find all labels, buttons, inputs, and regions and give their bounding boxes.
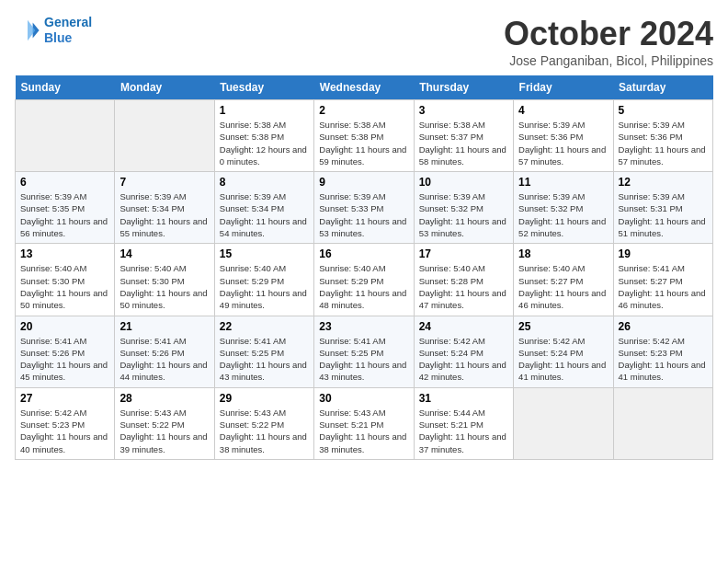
col-header-wednesday: Wednesday xyxy=(314,75,414,100)
day-number: 2 xyxy=(319,104,408,117)
day-cell: 18Sunrise: 5:40 AM Sunset: 5:27 PM Dayli… xyxy=(514,244,613,316)
day-number: 11 xyxy=(518,176,608,189)
day-number: 7 xyxy=(119,176,209,189)
day-info: Sunrise: 5:39 AM Sunset: 5:34 PM Dayligh… xyxy=(220,190,309,239)
day-cell: 22Sunrise: 5:41 AM Sunset: 5:25 PM Dayli… xyxy=(214,316,313,387)
logo-text: General Blue xyxy=(44,15,92,46)
day-number: 9 xyxy=(319,176,408,189)
day-cell: 10Sunrise: 5:39 AM Sunset: 5:32 PM Dayli… xyxy=(414,172,513,244)
day-cell: 23Sunrise: 5:41 AM Sunset: 5:25 PM Dayli… xyxy=(314,316,414,387)
day-number: 24 xyxy=(419,320,508,333)
week-row-5: 27Sunrise: 5:42 AM Sunset: 5:23 PM Dayli… xyxy=(16,387,713,459)
day-cell: 4Sunrise: 5:39 AM Sunset: 5:36 PM Daylig… xyxy=(514,100,613,172)
week-row-4: 20Sunrise: 5:41 AM Sunset: 5:26 PM Dayli… xyxy=(16,316,713,387)
day-info: Sunrise: 5:43 AM Sunset: 5:21 PM Dayligh… xyxy=(319,407,408,455)
day-info: Sunrise: 5:43 AM Sunset: 5:22 PM Dayligh… xyxy=(119,407,209,455)
day-cell: 8Sunrise: 5:39 AM Sunset: 5:34 PM Daylig… xyxy=(214,172,313,244)
day-number: 18 xyxy=(518,247,608,260)
day-cell: 5Sunrise: 5:39 AM Sunset: 5:36 PM Daylig… xyxy=(613,100,712,172)
day-cell: 7Sunrise: 5:39 AM Sunset: 5:34 PM Daylig… xyxy=(115,172,214,244)
day-info: Sunrise: 5:42 AM Sunset: 5:23 PM Dayligh… xyxy=(20,407,109,455)
day-cell: 27Sunrise: 5:42 AM Sunset: 5:23 PM Dayli… xyxy=(16,387,115,459)
day-info: Sunrise: 5:41 AM Sunset: 5:26 PM Dayligh… xyxy=(20,335,109,384)
day-number: 10 xyxy=(419,176,508,189)
day-number: 19 xyxy=(619,247,708,260)
day-number: 8 xyxy=(220,176,309,189)
day-number: 14 xyxy=(119,247,209,260)
day-info: Sunrise: 5:38 AM Sunset: 5:37 PM Dayligh… xyxy=(419,119,508,167)
day-cell: 13Sunrise: 5:40 AM Sunset: 5:30 PM Dayli… xyxy=(16,244,115,316)
day-number: 1 xyxy=(220,104,309,117)
day-number: 17 xyxy=(419,247,508,260)
day-cell: 30Sunrise: 5:43 AM Sunset: 5:21 PM Dayli… xyxy=(314,387,414,459)
day-number: 4 xyxy=(518,104,608,117)
day-info: Sunrise: 5:40 AM Sunset: 5:27 PM Dayligh… xyxy=(518,262,608,311)
day-info: Sunrise: 5:38 AM Sunset: 5:38 PM Dayligh… xyxy=(220,119,309,167)
week-row-1: 1Sunrise: 5:38 AM Sunset: 5:38 PM Daylig… xyxy=(16,100,713,172)
day-info: Sunrise: 5:42 AM Sunset: 5:24 PM Dayligh… xyxy=(419,335,508,384)
week-row-2: 6Sunrise: 5:39 AM Sunset: 5:35 PM Daylig… xyxy=(16,172,713,244)
day-number: 30 xyxy=(319,392,408,405)
day-cell: 1Sunrise: 5:38 AM Sunset: 5:38 PM Daylig… xyxy=(214,100,313,172)
day-number: 26 xyxy=(619,320,708,333)
day-cell: 14Sunrise: 5:40 AM Sunset: 5:30 PM Dayli… xyxy=(115,244,214,316)
day-info: Sunrise: 5:41 AM Sunset: 5:27 PM Dayligh… xyxy=(619,262,708,311)
day-info: Sunrise: 5:41 AM Sunset: 5:25 PM Dayligh… xyxy=(220,335,309,384)
day-number: 5 xyxy=(619,104,708,117)
day-number: 16 xyxy=(319,247,408,260)
day-info: Sunrise: 5:41 AM Sunset: 5:26 PM Dayligh… xyxy=(119,335,209,384)
day-info: Sunrise: 5:44 AM Sunset: 5:21 PM Dayligh… xyxy=(419,407,508,455)
day-cell xyxy=(115,100,214,172)
day-info: Sunrise: 5:40 AM Sunset: 5:28 PM Dayligh… xyxy=(419,262,508,311)
day-cell xyxy=(514,387,613,459)
day-info: Sunrise: 5:41 AM Sunset: 5:25 PM Dayligh… xyxy=(319,335,408,384)
col-header-friday: Friday xyxy=(514,75,613,100)
col-header-sunday: Sunday xyxy=(16,75,115,100)
day-cell xyxy=(16,100,115,172)
day-info: Sunrise: 5:39 AM Sunset: 5:32 PM Dayligh… xyxy=(419,190,508,239)
day-cell: 12Sunrise: 5:39 AM Sunset: 5:31 PM Dayli… xyxy=(613,172,712,244)
svg-marker-1 xyxy=(28,20,35,40)
day-info: Sunrise: 5:42 AM Sunset: 5:23 PM Dayligh… xyxy=(619,335,708,384)
calendar-table: SundayMondayTuesdayWednesdayThursdayFrid… xyxy=(15,75,713,460)
page-header: General Blue October 2024 Jose Panganiba… xyxy=(15,15,713,68)
day-info: Sunrise: 5:39 AM Sunset: 5:35 PM Dayligh… xyxy=(20,190,109,239)
day-cell: 6Sunrise: 5:39 AM Sunset: 5:35 PM Daylig… xyxy=(16,172,115,244)
day-cell: 15Sunrise: 5:40 AM Sunset: 5:29 PM Dayli… xyxy=(214,244,313,316)
day-number: 27 xyxy=(20,392,109,405)
day-info: Sunrise: 5:40 AM Sunset: 5:30 PM Dayligh… xyxy=(20,262,109,311)
day-cell: 25Sunrise: 5:42 AM Sunset: 5:24 PM Dayli… xyxy=(514,316,613,387)
day-cell: 31Sunrise: 5:44 AM Sunset: 5:21 PM Dayli… xyxy=(414,387,513,459)
day-cell xyxy=(613,387,712,459)
day-info: Sunrise: 5:39 AM Sunset: 5:36 PM Dayligh… xyxy=(619,119,708,167)
day-number: 3 xyxy=(419,104,508,117)
day-info: Sunrise: 5:39 AM Sunset: 5:33 PM Dayligh… xyxy=(319,190,408,239)
day-cell: 20Sunrise: 5:41 AM Sunset: 5:26 PM Dayli… xyxy=(16,316,115,387)
day-cell: 26Sunrise: 5:42 AM Sunset: 5:23 PM Dayli… xyxy=(613,316,712,387)
week-row-3: 13Sunrise: 5:40 AM Sunset: 5:30 PM Dayli… xyxy=(16,244,713,316)
day-cell: 21Sunrise: 5:41 AM Sunset: 5:26 PM Dayli… xyxy=(115,316,214,387)
logo: General Blue xyxy=(15,15,92,46)
day-number: 15 xyxy=(220,247,309,260)
day-number: 23 xyxy=(319,320,408,333)
day-info: Sunrise: 5:38 AM Sunset: 5:38 PM Dayligh… xyxy=(319,119,408,167)
day-info: Sunrise: 5:40 AM Sunset: 5:30 PM Dayligh… xyxy=(119,262,209,311)
day-cell: 16Sunrise: 5:40 AM Sunset: 5:29 PM Dayli… xyxy=(314,244,414,316)
day-number: 31 xyxy=(419,392,508,405)
day-number: 22 xyxy=(220,320,309,333)
day-cell: 2Sunrise: 5:38 AM Sunset: 5:38 PM Daylig… xyxy=(314,100,414,172)
month-title: October 2024 xyxy=(504,15,713,53)
day-number: 21 xyxy=(119,320,209,333)
day-info: Sunrise: 5:42 AM Sunset: 5:24 PM Dayligh… xyxy=(518,335,608,384)
day-cell: 11Sunrise: 5:39 AM Sunset: 5:32 PM Dayli… xyxy=(514,172,613,244)
day-cell: 29Sunrise: 5:43 AM Sunset: 5:22 PM Dayli… xyxy=(214,387,313,459)
logo-line1: General xyxy=(44,15,92,29)
day-number: 13 xyxy=(20,247,109,260)
day-info: Sunrise: 5:43 AM Sunset: 5:22 PM Dayligh… xyxy=(220,407,309,455)
col-header-thursday: Thursday xyxy=(414,75,513,100)
day-number: 12 xyxy=(619,176,708,189)
day-number: 20 xyxy=(20,320,109,333)
day-number: 6 xyxy=(20,176,109,189)
logo-line2: Blue xyxy=(44,30,72,45)
day-cell: 9Sunrise: 5:39 AM Sunset: 5:33 PM Daylig… xyxy=(314,172,414,244)
